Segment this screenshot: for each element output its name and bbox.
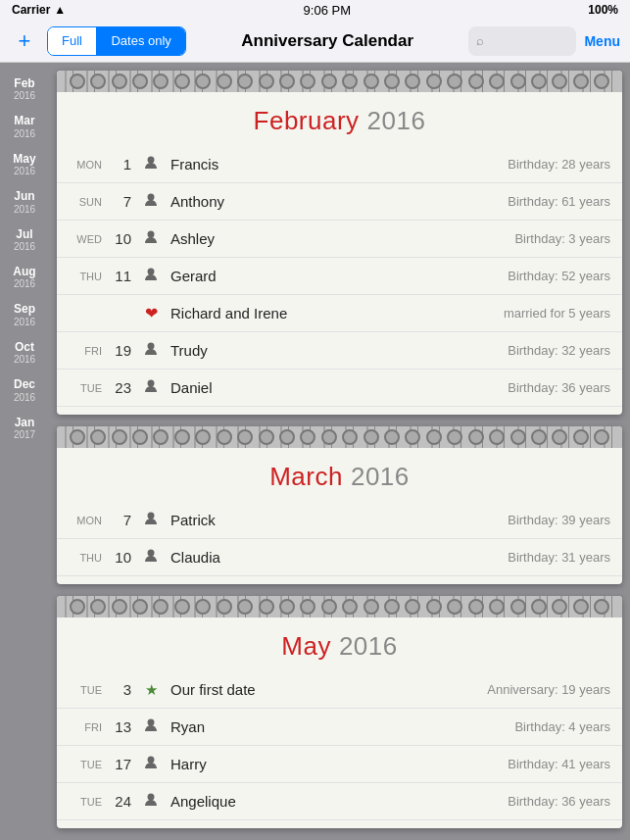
day-abbr: MON: [73, 515, 102, 526]
sidebar-item-dec2016[interactable]: Dec2016: [0, 371, 49, 409]
seg-dates-only-button[interactable]: Dates only: [97, 27, 184, 55]
day-num: 19: [108, 342, 131, 359]
svg-point-9: [148, 756, 155, 763]
sidebar: Feb2016Mar2016May2016Jun2016Jul2016Aug20…: [0, 63, 49, 840]
star-icon: ★: [139, 681, 163, 699]
entry-detail: Anniversary: 19 years: [487, 682, 610, 697]
entry-detail: Birthday: 3 years: [514, 231, 610, 246]
entry-detail: Birthday: 52 years: [508, 269, 610, 283]
entry-name: Ryan: [170, 718, 514, 735]
heart-icon: ❤: [139, 304, 163, 322]
person-icon: [139, 267, 163, 286]
day-num: 23: [108, 379, 131, 396]
svg-point-6: [148, 512, 155, 519]
person-icon: [139, 378, 163, 398]
entry-row[interactable]: TUE23DanielBirthday: 36 years: [57, 370, 622, 407]
svg-point-3: [148, 268, 155, 274]
svg-point-7: [148, 549, 155, 556]
person-icon: [139, 792, 163, 812]
day-num: 3: [108, 681, 131, 698]
day-abbr: WED: [73, 233, 102, 245]
segmented-control: Full Dates only: [47, 26, 186, 56]
month-header: March2016: [57, 448, 622, 502]
entry-row[interactable]: WED10AshleyBirthday: 3 years: [57, 221, 622, 258]
day-num: 10: [108, 549, 131, 566]
svg-point-4: [148, 342, 155, 349]
sidebar-item-mar2016[interactable]: Mar2016: [0, 108, 49, 145]
day-abbr: THU: [73, 552, 102, 564]
sidebar-item-feb2016[interactable]: Feb2016: [0, 71, 49, 108]
entry-row[interactable]: TUE24AngeliqueBirthday: 36 years: [57, 783, 622, 820]
day-abbr: FRI: [73, 721, 102, 733]
day-abbr: SUN: [73, 196, 102, 208]
add-button[interactable]: +: [10, 26, 39, 56]
entry-row[interactable]: MON7PatrickBirthday: 39 years: [57, 502, 622, 539]
sidebar-item-jun2016[interactable]: Jun2016: [0, 183, 49, 221]
spiral-binding: [57, 596, 622, 618]
nav-bar: + Full Dates only Anniversary Calendar ⌕…: [0, 20, 630, 63]
day-num: 7: [108, 193, 131, 210]
entry-name: Trudy: [170, 342, 508, 359]
entry-row[interactable]: MON1FrancisBirthday: 28 years: [57, 146, 622, 183]
menu-button[interactable]: Menu: [584, 33, 620, 49]
seg-full-button[interactable]: Full: [48, 27, 96, 55]
sidebar-item-jan2017[interactable]: Jan2017: [0, 410, 49, 447]
entry-name: Patrick: [170, 512, 508, 528]
person-icon: [139, 341, 163, 361]
status-bar: Carrier ▲ 9:06 PM 100%: [0, 0, 630, 20]
sidebar-item-jul2016[interactable]: Jul2016: [0, 222, 49, 259]
entry-row[interactable]: SUN7AnthonyBirthday: 61 years: [57, 183, 622, 221]
person-icon: [139, 155, 163, 174]
main-layout: Feb2016Mar2016May2016Jun2016Jul2016Aug20…: [0, 63, 630, 840]
entry-detail: Birthday: 36 years: [508, 380, 610, 395]
sidebar-item-sep2016[interactable]: Sep2016: [0, 296, 49, 333]
status-time: 9:06 PM: [304, 3, 351, 18]
person-icon: [139, 717, 163, 737]
month-header: February2016: [57, 92, 622, 146]
status-carrier: Carrier ▲: [12, 3, 66, 17]
entry-row[interactable]: THU10ClaudiaBirthday: 31 years: [57, 539, 622, 576]
search-box[interactable]: ⌕: [468, 26, 576, 56]
day-abbr: TUE: [73, 796, 102, 808]
status-battery: 100%: [588, 3, 618, 17]
person-icon: [139, 192, 163, 212]
entry-detail: married for 5 years: [504, 306, 610, 321]
entry-name: Daniel: [170, 379, 508, 396]
entry-row[interactable]: TUE17HarryBirthday: 41 years: [57, 746, 622, 783]
svg-point-5: [148, 379, 155, 386]
entry-name: Richard and Irene: [170, 305, 504, 321]
sidebar-item-may2016[interactable]: May2016: [0, 146, 49, 183]
svg-point-0: [148, 156, 155, 163]
calendar-card-march: March2016MON7PatrickBirthday: 39 yearsTH…: [57, 426, 622, 584]
day-num: 13: [108, 718, 131, 735]
entry-detail: Birthday: 28 years: [508, 157, 610, 172]
sidebar-item-aug2016[interactable]: Aug2016: [0, 259, 49, 296]
month-header: May2016: [57, 618, 622, 671]
day-num: 24: [108, 793, 131, 810]
entry-row[interactable]: FRI13RyanBirthday: 4 years: [57, 709, 622, 746]
entry-row[interactable]: TUE3★Our first dateAnniversary: 19 years: [57, 671, 622, 709]
entry-name: Ashley: [170, 230, 514, 247]
entry-row[interactable]: ❤Richard and Irenemarried for 5 years: [57, 295, 622, 332]
person-icon: [139, 755, 163, 774]
day-num: 1: [108, 156, 131, 173]
day-abbr: THU: [73, 271, 102, 282]
sidebar-item-oct2016[interactable]: Oct2016: [0, 334, 49, 371]
spiral-binding: [57, 426, 622, 448]
entry-name: Francis: [170, 156, 508, 173]
entry-row[interactable]: FRI19TrudyBirthday: 32 years: [57, 332, 622, 370]
person-icon: [139, 229, 163, 249]
content-area[interactable]: February2016MON1FrancisBirthday: 28 year…: [49, 63, 630, 840]
entry-row[interactable]: THU11GerardBirthday: 52 years: [57, 258, 622, 295]
entry-name: Our first date: [170, 681, 487, 698]
entry-name: Gerard: [170, 268, 508, 284]
svg-point-2: [148, 230, 155, 237]
day-num: 7: [108, 512, 131, 528]
entry-name: Harry: [170, 756, 508, 772]
entry-detail: Birthday: 39 years: [508, 513, 610, 527]
spiral-binding: [57, 71, 622, 92]
entry-detail: Birthday: 32 years: [508, 343, 610, 358]
svg-point-10: [148, 793, 155, 800]
entry-detail: Birthday: 4 years: [514, 719, 610, 734]
calendar-card-may: May2016TUE3★Our first dateAnniversary: 1…: [57, 596, 622, 828]
